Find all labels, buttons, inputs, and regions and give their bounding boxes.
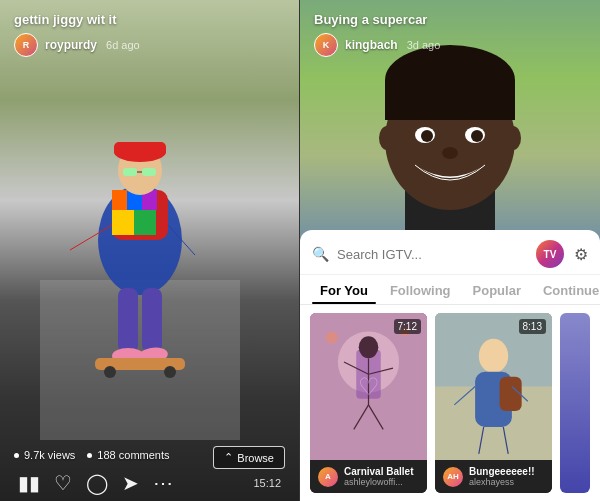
video-thumb-1: 7:12 ♡: [310, 313, 427, 460]
action-row: ▮▮ ♡ ◯ ➤ ⋯ 15:12: [14, 471, 285, 495]
right-user-row: K kingbach 3d ago: [314, 33, 586, 57]
svg-point-34: [379, 126, 395, 150]
pause-button[interactable]: ▮▮: [18, 471, 40, 495]
video-card-2[interactable]: 8:13 AH Bungeeeeee!! alexhayess: [435, 313, 552, 493]
svg-rect-16: [118, 288, 138, 353]
left-video-background: [0, 0, 299, 501]
left-user-avatar: R: [14, 33, 38, 57]
video-heart-1: ♡: [358, 373, 380, 401]
svg-point-33: [442, 147, 458, 159]
video-card-user-1: ashleylowoffi...: [344, 477, 419, 487]
svg-point-22: [164, 366, 176, 378]
video-info-1: A Carnival Ballet ashleylowoffi...: [310, 460, 427, 493]
video-card-1[interactable]: 7:12 ♡ A Carnival Ballet ashleylowoffi..…: [310, 313, 427, 493]
search-bar: 🔍 TV ⚙: [300, 230, 600, 275]
right-video-title: Buying a supercar: [314, 12, 586, 27]
settings-icon[interactable]: ⚙: [574, 245, 588, 264]
igtv-overlay: 🔍 TV ⚙ For You Following Popular Continu…: [300, 230, 600, 501]
video-thumb-2: 8:13: [435, 313, 552, 460]
share-button[interactable]: ➤: [122, 471, 139, 495]
left-video-title: gettin jiggy wit it: [14, 12, 285, 27]
browse-button[interactable]: ⌃ Browse: [213, 446, 285, 469]
videos-grid: 7:12 ♡ A Carnival Ballet ashleylowoffi..…: [300, 305, 600, 501]
action-icons: ▮▮ ♡ ◯ ➤ ⋯: [18, 471, 173, 495]
video-duration-2: 8:13: [519, 319, 546, 334]
tab-for-you[interactable]: For You: [312, 275, 376, 304]
left-username: roypurdy: [45, 38, 97, 52]
comments-text: 188 comments: [97, 449, 169, 461]
svg-rect-5: [112, 190, 127, 210]
video-card-user-2: alexhayess: [469, 477, 544, 487]
tabs-row: For You Following Popular Continue: [300, 275, 600, 305]
video-meta-2: Bungeeeeee!! alexhayess: [469, 466, 544, 487]
left-time-ago: 6d ago: [106, 39, 140, 51]
left-user-row: R roypurdy 6d ago: [14, 33, 285, 57]
more-button[interactable]: ⋯: [153, 471, 173, 495]
left-video-panel: gettin jiggy wit it R roypurdy 6d ago 9.…: [0, 0, 300, 501]
stats-row: 9.7k views 188 comments ⌃ Browse: [14, 449, 285, 461]
views-stat: 9.7k views: [14, 449, 75, 461]
tab-continue[interactable]: Continue: [535, 275, 600, 304]
search-icon: 🔍: [312, 246, 329, 262]
svg-point-32: [471, 130, 483, 142]
svg-rect-51: [500, 377, 522, 411]
igtv-icon-group: TV ⚙: [536, 240, 588, 268]
svg-rect-28: [385, 80, 515, 120]
video-timestamp: 15:12: [253, 477, 281, 489]
like-button[interactable]: ♡: [54, 471, 72, 495]
svg-rect-3: [112, 210, 134, 235]
left-video-header: gettin jiggy wit it R roypurdy 6d ago: [0, 0, 299, 65]
views-text: 9.7k views: [24, 449, 75, 461]
svg-point-35: [505, 126, 521, 150]
comments-dot: [87, 453, 92, 458]
right-igtv-panel: Buying a supercar K kingbach 3d ago 🔍 TV…: [300, 0, 600, 501]
video-card-title-2: Bungeeeeee!!: [469, 466, 544, 477]
left-video-bottom: 9.7k views 188 comments ⌃ Browse ▮▮ ♡ ◯ …: [0, 441, 299, 501]
svg-point-45: [326, 331, 338, 343]
tab-popular[interactable]: Popular: [465, 275, 529, 304]
video-card-3-thumb: [560, 313, 590, 493]
views-dot: [14, 453, 19, 458]
video-card-title-1: Carnival Ballet: [344, 466, 419, 477]
video-avatar-2: AH: [443, 467, 463, 487]
right-video-header: Buying a supercar K kingbach 3d ago: [300, 0, 600, 65]
search-input[interactable]: [337, 247, 528, 262]
video-thumb-image-2: [435, 313, 552, 460]
video-meta-1: Carnival Ballet ashleylowoffi...: [344, 466, 419, 487]
chevron-up-icon: ⌃: [224, 451, 233, 464]
svg-rect-12: [142, 168, 156, 176]
right-time-ago: 3d ago: [407, 39, 441, 51]
svg-point-39: [359, 336, 379, 358]
video-avatar-1: A: [318, 467, 338, 487]
comment-button[interactable]: ◯: [86, 471, 108, 495]
svg-rect-10: [114, 142, 166, 156]
igtv-logo-icon: TV: [536, 240, 564, 268]
video-card-3-partial: [560, 313, 590, 493]
svg-rect-11: [123, 168, 137, 176]
skater-image: [40, 60, 240, 440]
video-duration-1: 7:12: [394, 319, 421, 334]
svg-rect-17: [142, 288, 162, 353]
right-username: kingbach: [345, 38, 398, 52]
comments-stat: 188 comments: [87, 449, 169, 461]
svg-point-21: [104, 366, 116, 378]
svg-rect-4: [134, 210, 156, 235]
right-user-avatar: K: [314, 33, 338, 57]
svg-point-31: [421, 130, 433, 142]
tab-following[interactable]: Following: [382, 275, 459, 304]
video-info-2: AH Bungeeeeee!! alexhayess: [435, 460, 552, 493]
svg-point-49: [479, 339, 508, 373]
